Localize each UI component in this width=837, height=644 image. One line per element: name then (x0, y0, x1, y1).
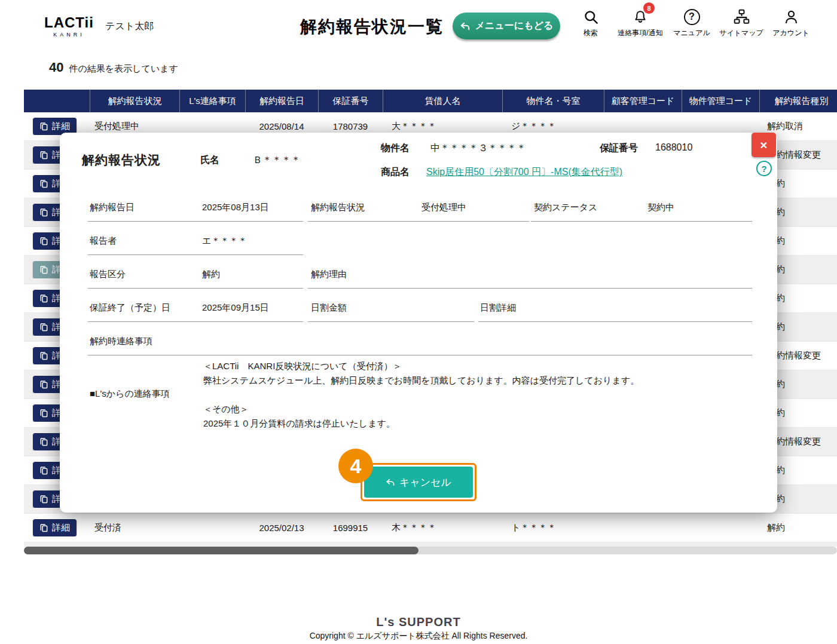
field-reporter: 報告者 エ＊＊＊＊ (88, 229, 303, 255)
nav-sitemap-label: サイトマップ (719, 28, 763, 38)
sitemap-icon (734, 7, 750, 26)
results-count: 40 (49, 60, 63, 75)
field-daily-detail: 日割詳細 (478, 296, 752, 322)
copy-icon (39, 179, 48, 188)
user-name: テスト太郎 (105, 20, 154, 33)
close-icon[interactable]: × (752, 133, 776, 157)
cell-guarantee-no: 1780739 (318, 121, 383, 131)
copy-icon (39, 265, 48, 274)
return-arrow-icon (386, 478, 395, 487)
table-header-row: 解約報告状況 L's連絡事項 解約報告日 保証番号 賃借人名 物件名・号室 顧客… (24, 90, 837, 112)
col-report-date: 解約報告日 (245, 90, 318, 112)
ls-notes-label: ■L'sからの連絡事項 (90, 388, 170, 400)
question-icon: ? (684, 7, 700, 26)
cancel-report-modal: × ? 解約報告状況 氏名 Ｂ＊＊＊＊ 物件名 中＊＊＊＊３＊＊＊＊ 保証番号 … (60, 133, 777, 513)
cell-report-type: 解約取消 (759, 121, 837, 132)
ls-notes-text: ＜LACTii KANRI反映状況について（受付済）＞ 弊社システムスケジュール… (203, 359, 639, 431)
copy-icon (39, 323, 48, 332)
copy-icon (39, 237, 48, 246)
step-annotation-badge: 4 (338, 449, 373, 483)
col-property: 物件名・号室 (502, 90, 604, 112)
nav-account-label: アカウント (772, 28, 809, 38)
field-reason: 解約理由 (308, 262, 752, 289)
copyright-text: Copyright © エルズサポート株式会社 All Rights Reser… (0, 631, 837, 642)
field-contract-status: 契約ステータス 契約中 (531, 195, 752, 222)
copy-icon (39, 380, 48, 389)
back-button-label: メニューにもどる (475, 20, 554, 32)
nav-search[interactable]: 検索 (575, 7, 606, 38)
modal-title: 解約報告状況 (82, 152, 161, 168)
field-daily-amount: 日割金額 (308, 296, 474, 322)
person-icon (783, 7, 799, 26)
app-logo[interactable]: LACTii KANRI (44, 16, 94, 38)
detail-button[interactable]: 詳細 (33, 519, 77, 536)
col-ls-note: L's連絡事項 (179, 90, 245, 112)
cell-report-date: 2025/08/14 (245, 121, 318, 131)
cancel-button-label: キャンセル (399, 476, 451, 489)
nav-manual[interactable]: ? マニュアル (668, 7, 716, 38)
copy-icon (39, 409, 48, 418)
app-header: LACTii KANRI テスト太郎 解約報告状況一覧 メニューにもどる 検索 … (0, 0, 837, 55)
cell-tenant: 木＊＊＊＊ (383, 522, 502, 533)
property-value: 中＊＊＊＊３＊＊＊＊ (430, 142, 526, 155)
copy-icon (39, 437, 48, 446)
guarantee-value: 1688010 (655, 142, 692, 153)
nav-sitemap[interactable]: サイトマップ (716, 7, 766, 38)
table-row: 詳細 (24, 542, 837, 547)
copy-icon (39, 466, 48, 475)
results-bar: 40 件の結果を表示しています (49, 60, 178, 75)
field-status: 解約報告状況 受付処理中 (308, 195, 529, 222)
cell-report-date: 2025/02/13 (245, 523, 318, 533)
scrollbar-thumb[interactable] (24, 547, 418, 554)
guarantee-label: 保証番号 (600, 142, 638, 155)
copy-icon (39, 208, 48, 217)
name-value: Ｂ＊＊＊＊ (253, 154, 301, 167)
table-row: 詳細受付済2025/02/131699915木＊＊＊＊ト＊＊＊＊解約 (24, 514, 837, 542)
page-title: 解約報告状況一覧 (300, 16, 444, 38)
col-detail (24, 90, 90, 112)
nav-notifications[interactable]: 8 連絡事項/通知 (613, 7, 668, 38)
col-property-code: 物件管理コード (682, 90, 759, 112)
name-label: 氏名 (200, 154, 219, 167)
cell-property: ト＊＊＊＊ (502, 522, 604, 533)
cancel-button[interactable]: キャンセル (364, 467, 473, 498)
copy-icon (39, 294, 48, 303)
copy-icon (39, 351, 48, 360)
cell-status: 受付処理中 (90, 121, 179, 132)
product-link[interactable]: Skip居住用50〔分割700 円〕-MS(集金代行型) (426, 166, 622, 179)
cell-status: 受付済 (90, 522, 179, 533)
property-label: 物件名 (381, 142, 410, 155)
page-footer: L's SUPPORT Copyright © エルズサポート株式会社 All … (0, 615, 837, 642)
bell-icon: 8 (633, 7, 648, 26)
logo-line1: LACTii (44, 16, 94, 30)
field-end-date: 保証終了（予定）日 2025年09月15日 (88, 296, 303, 322)
nav-account[interactable]: アカウント (768, 7, 814, 38)
nav-manual-label: マニュアル (673, 28, 710, 38)
col-status: 解約報告状況 (90, 90, 179, 112)
col-report-type: 解約報告種別 (759, 90, 837, 112)
cancel-button-highlight: キャンセル (361, 463, 476, 501)
back-arrow-icon (460, 22, 471, 31)
nav-search-label: 検索 (584, 28, 598, 38)
col-guarantee-no: 保証番号 (318, 90, 383, 112)
field-report-date: 解約報告日 2025年08月13日 (88, 195, 303, 222)
nav-notifications-label: 連絡事項/通知 (618, 28, 662, 38)
copy-icon (39, 495, 48, 504)
copy-icon (39, 151, 48, 160)
notification-badge: 8 (643, 2, 655, 14)
cell-guarantee-no: 1699915 (318, 523, 383, 533)
copy-icon (39, 523, 48, 532)
logo-line2: KANRI (44, 32, 94, 38)
cell-tenant: 大＊＊＊＊ (383, 121, 502, 132)
help-icon[interactable]: ? (756, 161, 772, 176)
horizontal-scrollbar[interactable] (24, 547, 837, 554)
cell-report-type: 解約 (759, 522, 837, 533)
results-label: 件の結果を表示しています (69, 63, 178, 75)
product-label: 商品名 (381, 166, 410, 179)
field-category: 報告区分 解約 (88, 262, 303, 289)
back-to-menu-button[interactable]: メニューにもどる (453, 13, 560, 39)
copy-icon (39, 122, 48, 131)
col-tenant: 賃借人名 (383, 90, 502, 112)
field-cancel-notes: 解約時連絡事項 (88, 329, 752, 355)
col-customer-code: 顧客管理コード (604, 90, 682, 112)
